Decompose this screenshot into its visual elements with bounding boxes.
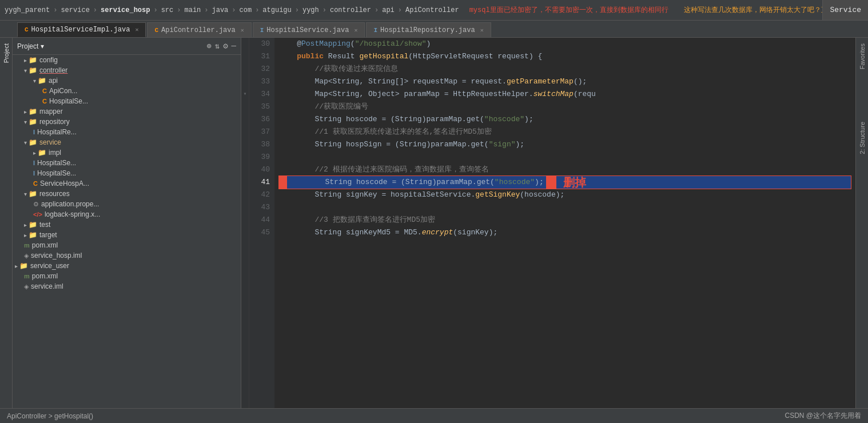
tab-label-3: HospitalService.java xyxy=(266,26,349,34)
tree-hospitalse-i1[interactable]: I HospitalSe... xyxy=(13,158,241,168)
repository-name: repository xyxy=(39,118,70,126)
code-line-38: String hospSign = (String)paramMap.get("… xyxy=(279,138,851,151)
tree-resources[interactable]: 📁 resources xyxy=(13,189,241,199)
service-iml-name: service.iml xyxy=(31,282,63,290)
ln-37: 37 xyxy=(254,126,270,138)
bc-java: java xyxy=(212,6,229,14)
ln-43: 43 xyxy=(254,201,270,214)
tab-hospital-service-impl[interactable]: C HospitalServiceImpl.java ✕ xyxy=(17,22,146,37)
sync-icon[interactable]: ⇅ xyxy=(215,41,220,51)
bc-src: src xyxy=(161,6,174,14)
service-folder-icon: 📁 xyxy=(29,138,37,146)
tree-repository[interactable]: 📁 repository xyxy=(13,117,241,127)
sidebar-title: Project ▾ xyxy=(17,42,44,50)
vtab-favorites[interactable]: Favorites xyxy=(858,40,867,73)
tree-api[interactable]: 📁 api xyxy=(13,75,241,86)
tab-hospital-service[interactable]: I HospitalService.java ✕ xyxy=(253,22,365,37)
tab-close-1[interactable]: ✕ xyxy=(135,26,138,33)
tree-application[interactable]: ⚙ application.prope... xyxy=(13,199,241,209)
hospitalre-icon: I xyxy=(33,129,35,135)
mapper-folder-icon: 📁 xyxy=(29,107,37,115)
main-area: Project Project ▾ ⊕ ⇅ ⚙ — 📁 config 📁 con… xyxy=(0,38,868,408)
fold-marker[interactable]: ▾ xyxy=(241,88,249,101)
tree-hospitalre[interactable]: I HospitalRe... xyxy=(13,127,241,137)
tree-target[interactable]: 📁 target xyxy=(13,230,241,240)
tree-impl[interactable]: 📁 impl xyxy=(13,147,241,158)
resources-folder-icon: 📁 xyxy=(29,190,37,198)
top-bar: yygh_parent › service › service_hosp › s… xyxy=(0,0,868,21)
code-line-44: //3 把数据库查询签名进行MD5加密 xyxy=(279,214,851,226)
tree-controller[interactable]: 📁 controller xyxy=(13,65,241,75)
service-user-icon: 📁 xyxy=(19,262,28,270)
hospitalse-i2-name: HospitalSe... xyxy=(37,169,76,177)
code-line-32: //获取传递过来医院信息 xyxy=(279,63,851,75)
tree-config[interactable]: 📁 config xyxy=(13,55,241,65)
tree-hospitalse-i2[interactable]: I HospitalSe... xyxy=(13,168,241,178)
tree-pom1[interactable]: m pom.xml xyxy=(13,240,241,250)
tab-api-controller[interactable]: C ApiController.java ✕ xyxy=(147,22,251,37)
tab-hospital-repository[interactable]: I HospitalRepository.java ✕ xyxy=(366,22,491,37)
hospitalse-i1-name: HospitalSe... xyxy=(37,159,76,167)
tree-service-user[interactable]: 📁 service_user xyxy=(13,261,241,271)
code-line-42: String signKey = hospitalSetService.getS… xyxy=(279,189,851,201)
tab-label-2: ApiController.java xyxy=(161,26,236,34)
tree-mapper[interactable]: 📁 mapper xyxy=(13,106,241,117)
tree-hospitalse-c[interactable]: C HospitalSe... xyxy=(13,96,241,106)
code-line-37: //1 获取医院系统传递过来的签名,签名进行MD5加密 xyxy=(279,126,851,138)
config-arrow xyxy=(24,57,27,63)
servicehosp-iml-name: service_hosp.iml xyxy=(31,252,82,260)
tab-close-2[interactable]: ✕ xyxy=(241,27,244,34)
code-line-41: String hoscode = (String)paramMap.get("h… xyxy=(279,176,851,189)
bc-com: com xyxy=(240,6,252,14)
code-line-34: Map<String, Object> paramMap = HttpReque… xyxy=(279,88,851,101)
tab-icon-c1: C xyxy=(25,26,29,33)
config-folder-icon: 📁 xyxy=(29,56,37,64)
tree-service-iml[interactable]: ◈ service.iml xyxy=(13,281,241,292)
code-line-45: String signKeyMd5 = MD5.encrypt(signKey)… xyxy=(279,226,851,239)
api-arrow xyxy=(33,78,36,84)
vertical-tabs: Project xyxy=(0,38,13,408)
target-arrow xyxy=(24,232,27,238)
code-editor[interactable]: ▾ 30 31 32 33 34 35 36 37 38 39 40 41 42… xyxy=(241,38,855,408)
tab-close-4[interactable]: ✕ xyxy=(480,27,484,34)
line-numbers: 30 31 32 33 34 35 36 37 38 39 40 41 42 4… xyxy=(249,38,274,408)
code-line-40: //2 根据传递过来医院编码，查询数据库，查询签名 xyxy=(279,163,851,176)
service-user-name: service_user xyxy=(30,262,69,270)
ln-35: 35 xyxy=(254,101,270,113)
tree-service-folder[interactable]: 📁 service xyxy=(13,137,241,147)
repository-folder-icon: 📁 xyxy=(29,118,37,126)
vtab-project[interactable]: Project xyxy=(2,40,11,66)
file-tree: Project ▾ ⊕ ⇅ ⚙ — 📁 config 📁 controller … xyxy=(13,38,241,408)
ln-40: 40 xyxy=(254,163,270,176)
comment-text2: 这种写法查几次数据库，网络开销太大了吧？直接查一次存下来效 xyxy=(684,6,823,14)
csdn-watermark: CSDN @这个名字先用着 xyxy=(785,411,861,421)
apicon-icon: C xyxy=(42,87,47,94)
apicon-name: ApiCon... xyxy=(49,87,77,95)
file-tabs: C HospitalServiceImpl.java ✕ C ApiContro… xyxy=(0,21,868,38)
code-line-33: Map<String, String[]> requestMap = reque… xyxy=(279,75,851,88)
sidebar-header: Project ▾ ⊕ ⇅ ⚙ — xyxy=(13,38,241,55)
right-panel: Favorites 2: Structure xyxy=(855,38,868,408)
tree-test[interactable]: 📁 test xyxy=(13,220,241,230)
tab-icon-i1: I xyxy=(260,27,264,34)
tree-logback[interactable]: </> logback-spring.x... xyxy=(13,209,241,220)
settings-icon[interactable]: ⚙ xyxy=(223,41,228,51)
api-name: api xyxy=(49,77,58,85)
tree-pom2[interactable]: m pom.xml xyxy=(13,271,241,281)
test-arrow xyxy=(24,222,27,228)
ln-33: 33 xyxy=(254,75,270,88)
add-icon[interactable]: ⊕ xyxy=(206,41,211,51)
tree-servicehosp-iml[interactable]: ◈ service_hosp.iml xyxy=(13,250,241,261)
tree-servicehosp[interactable]: C ServiceHospA... xyxy=(13,178,241,189)
sidebar-icons: ⊕ ⇅ ⚙ — xyxy=(206,41,236,51)
controller-folder-icon: 📁 xyxy=(29,66,37,74)
ln-41: 41 xyxy=(254,176,270,189)
controller-name: controller xyxy=(39,66,67,74)
code-line-43 xyxy=(279,201,851,214)
test-folder-icon: 📁 xyxy=(29,221,37,229)
vtab-structure[interactable]: 2: Structure xyxy=(858,118,867,158)
tab-close-3[interactable]: ✕ xyxy=(354,27,357,34)
config-name: config xyxy=(39,56,58,64)
tree-apicon[interactable]: C ApiCon... xyxy=(13,86,241,96)
minimize-icon[interactable]: — xyxy=(232,41,236,51)
